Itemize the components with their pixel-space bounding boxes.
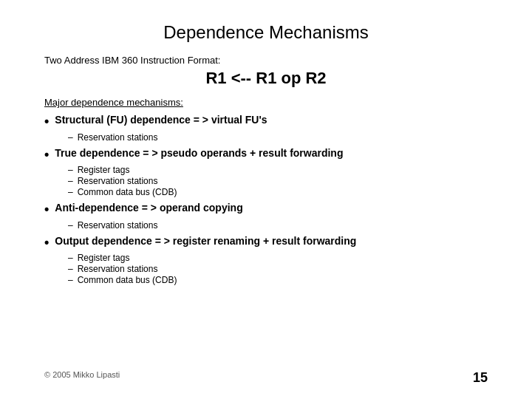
page-number: 15 xyxy=(473,370,488,386)
list-item: – Register tags xyxy=(68,165,488,175)
bullet-item-3: • Anti-dependence = > operand copying – … xyxy=(44,202,488,231)
subtitle: Two Address IBM 360 Instruction Format: xyxy=(44,55,488,66)
bullet-item-4: • Output dependence = > register renamin… xyxy=(44,235,488,286)
formula: R1 <-- R1 op R2 xyxy=(44,69,488,88)
sub-list-3: – Reservation stations xyxy=(68,220,488,231)
bullet-main-1: • Structural (FU) dependence = > virtual… xyxy=(44,114,488,130)
list-item: – Register tags xyxy=(68,253,488,263)
bullet-item-2: • True dependence = > pseudo operands + … xyxy=(44,147,488,198)
bullet-dot-4: • xyxy=(44,235,49,251)
sub-item-2-2: Common data bus (CDB) xyxy=(78,187,177,197)
bullet-main-3: • Anti-dependence = > operand copying xyxy=(44,202,488,218)
list-item: – Reservation stations xyxy=(68,220,488,231)
sub-item-2-1: Reservation stations xyxy=(78,176,158,186)
footer: © 2005 Mikko Lipasti 15 xyxy=(0,370,532,386)
sub-list-2: – Register tags – Reservation stations –… xyxy=(68,165,488,197)
bullet-main-4: • Output dependence = > register renamin… xyxy=(44,235,488,251)
bullet-dot-3: • xyxy=(44,202,49,218)
bullet-label-2: True dependence = > pseudo operands + re… xyxy=(55,147,343,159)
sub-item-1-0: Reservation stations xyxy=(78,132,158,143)
sub-item-4-1: Reservation stations xyxy=(78,264,158,274)
bullet-label-1: Structural (FU) dependence = > virtual F… xyxy=(55,114,267,126)
bullet-dot-1: • xyxy=(44,114,49,130)
bullet-dot-2: • xyxy=(44,147,49,163)
slide: Dependence Mechanisms Two Address IBM 36… xyxy=(0,0,532,399)
sub-list-4: – Register tags – Reservation stations –… xyxy=(68,253,488,285)
sub-item-4-0: Register tags xyxy=(78,253,130,263)
sub-list-1: – Reservation stations xyxy=(68,132,488,143)
sub-item-3-0: Reservation stations xyxy=(78,220,158,231)
bullet-main-2: • True dependence = > pseudo operands + … xyxy=(44,147,488,163)
bullet-label-3: Anti-dependence = > operand copying xyxy=(55,202,242,214)
list-item: – Reservation stations xyxy=(68,176,488,186)
list-item: – Common data bus (CDB) xyxy=(68,275,488,285)
copyright: © 2005 Mikko Lipasti xyxy=(44,370,120,386)
slide-title: Dependence Mechanisms xyxy=(44,22,488,43)
bullet-label-4: Output dependence = > register renaming … xyxy=(55,235,356,247)
bullet-item-1: • Structural (FU) dependence = > virtual… xyxy=(44,114,488,143)
sub-item-4-2: Common data bus (CDB) xyxy=(78,275,177,285)
list-item: – Reservation stations xyxy=(68,264,488,274)
list-item: – Reservation stations xyxy=(68,132,488,143)
list-item: – Common data bus (CDB) xyxy=(68,187,488,197)
section-header: Major dependence mechanisms: xyxy=(44,97,488,108)
sub-item-2-0: Register tags xyxy=(78,165,130,175)
